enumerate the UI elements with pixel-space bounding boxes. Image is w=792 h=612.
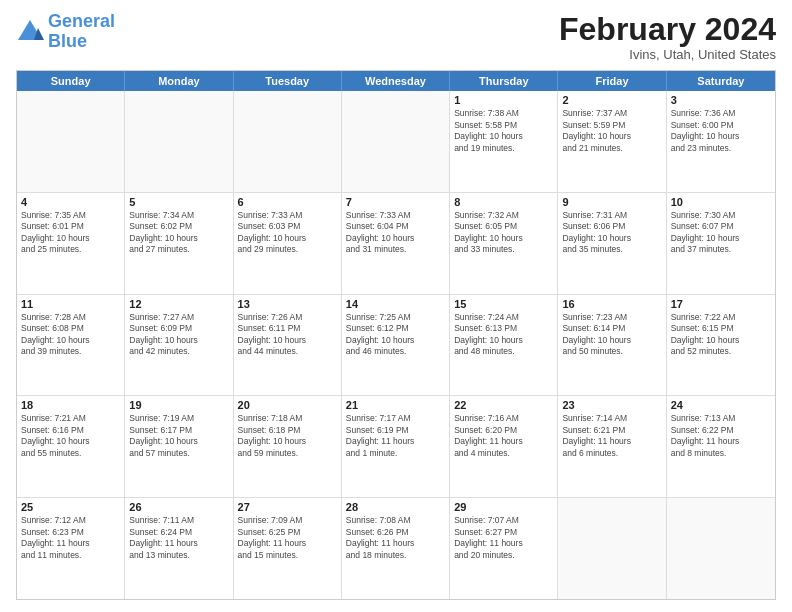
- weekday-header-monday: Monday: [125, 71, 233, 91]
- day-info: Sunrise: 7:33 AM Sunset: 6:04 PM Dayligh…: [346, 210, 445, 256]
- day-info: Sunrise: 7:21 AM Sunset: 6:16 PM Dayligh…: [21, 413, 120, 459]
- day-info: Sunrise: 7:26 AM Sunset: 6:11 PM Dayligh…: [238, 312, 337, 358]
- empty-cell-0-2: [234, 91, 342, 192]
- day-number: 5: [129, 196, 228, 208]
- day-info: Sunrise: 7:38 AM Sunset: 5:58 PM Dayligh…: [454, 108, 553, 154]
- day-cell-10: 10Sunrise: 7:30 AM Sunset: 6:07 PM Dayli…: [667, 193, 775, 294]
- empty-cell-4-6: [667, 498, 775, 599]
- day-cell-17: 17Sunrise: 7:22 AM Sunset: 6:15 PM Dayli…: [667, 295, 775, 396]
- day-number: 4: [21, 196, 120, 208]
- day-cell-15: 15Sunrise: 7:24 AM Sunset: 6:13 PM Dayli…: [450, 295, 558, 396]
- day-info: Sunrise: 7:31 AM Sunset: 6:06 PM Dayligh…: [562, 210, 661, 256]
- day-number: 15: [454, 298, 553, 310]
- day-info: Sunrise: 7:35 AM Sunset: 6:01 PM Dayligh…: [21, 210, 120, 256]
- day-number: 13: [238, 298, 337, 310]
- day-cell-2: 2Sunrise: 7:37 AM Sunset: 5:59 PM Daylig…: [558, 91, 666, 192]
- day-cell-29: 29Sunrise: 7:07 AM Sunset: 6:27 PM Dayli…: [450, 498, 558, 599]
- day-number: 20: [238, 399, 337, 411]
- day-number: 9: [562, 196, 661, 208]
- day-info: Sunrise: 7:33 AM Sunset: 6:03 PM Dayligh…: [238, 210, 337, 256]
- month-title: February 2024: [559, 12, 776, 47]
- calendar: SundayMondayTuesdayWednesdayThursdayFrid…: [16, 70, 776, 600]
- logo-icon: [16, 18, 44, 46]
- calendar-row-1: 4Sunrise: 7:35 AM Sunset: 6:01 PM Daylig…: [17, 192, 775, 294]
- day-info: Sunrise: 7:12 AM Sunset: 6:23 PM Dayligh…: [21, 515, 120, 561]
- day-info: Sunrise: 7:09 AM Sunset: 6:25 PM Dayligh…: [238, 515, 337, 561]
- day-cell-25: 25Sunrise: 7:12 AM Sunset: 6:23 PM Dayli…: [17, 498, 125, 599]
- day-number: 8: [454, 196, 553, 208]
- day-number: 18: [21, 399, 120, 411]
- day-number: 27: [238, 501, 337, 513]
- day-number: 23: [562, 399, 661, 411]
- calendar-row-2: 11Sunrise: 7:28 AM Sunset: 6:08 PM Dayli…: [17, 294, 775, 396]
- day-number: 3: [671, 94, 771, 106]
- day-cell-12: 12Sunrise: 7:27 AM Sunset: 6:09 PM Dayli…: [125, 295, 233, 396]
- day-cell-9: 9Sunrise: 7:31 AM Sunset: 6:06 PM Daylig…: [558, 193, 666, 294]
- day-number: 24: [671, 399, 771, 411]
- weekday-header-wednesday: Wednesday: [342, 71, 450, 91]
- day-info: Sunrise: 7:36 AM Sunset: 6:00 PM Dayligh…: [671, 108, 771, 154]
- day-number: 16: [562, 298, 661, 310]
- day-info: Sunrise: 7:30 AM Sunset: 6:07 PM Dayligh…: [671, 210, 771, 256]
- day-info: Sunrise: 7:19 AM Sunset: 6:17 PM Dayligh…: [129, 413, 228, 459]
- calendar-row-3: 18Sunrise: 7:21 AM Sunset: 6:16 PM Dayli…: [17, 395, 775, 497]
- day-info: Sunrise: 7:24 AM Sunset: 6:13 PM Dayligh…: [454, 312, 553, 358]
- day-number: 28: [346, 501, 445, 513]
- day-number: 11: [21, 298, 120, 310]
- day-number: 6: [238, 196, 337, 208]
- day-info: Sunrise: 7:27 AM Sunset: 6:09 PM Dayligh…: [129, 312, 228, 358]
- page: General Blue February 2024 Ivins, Utah, …: [0, 0, 792, 612]
- day-info: Sunrise: 7:08 AM Sunset: 6:26 PM Dayligh…: [346, 515, 445, 561]
- day-cell-1: 1Sunrise: 7:38 AM Sunset: 5:58 PM Daylig…: [450, 91, 558, 192]
- day-number: 17: [671, 298, 771, 310]
- day-cell-26: 26Sunrise: 7:11 AM Sunset: 6:24 PM Dayli…: [125, 498, 233, 599]
- logo-line1: General: [48, 11, 115, 31]
- day-info: Sunrise: 7:28 AM Sunset: 6:08 PM Dayligh…: [21, 312, 120, 358]
- day-info: Sunrise: 7:16 AM Sunset: 6:20 PM Dayligh…: [454, 413, 553, 459]
- day-cell-5: 5Sunrise: 7:34 AM Sunset: 6:02 PM Daylig…: [125, 193, 233, 294]
- day-info: Sunrise: 7:34 AM Sunset: 6:02 PM Dayligh…: [129, 210, 228, 256]
- weekday-header-friday: Friday: [558, 71, 666, 91]
- empty-cell-4-5: [558, 498, 666, 599]
- day-cell-27: 27Sunrise: 7:09 AM Sunset: 6:25 PM Dayli…: [234, 498, 342, 599]
- day-info: Sunrise: 7:32 AM Sunset: 6:05 PM Dayligh…: [454, 210, 553, 256]
- day-number: 26: [129, 501, 228, 513]
- day-cell-24: 24Sunrise: 7:13 AM Sunset: 6:22 PM Dayli…: [667, 396, 775, 497]
- day-cell-22: 22Sunrise: 7:16 AM Sunset: 6:20 PM Dayli…: [450, 396, 558, 497]
- day-info: Sunrise: 7:18 AM Sunset: 6:18 PM Dayligh…: [238, 413, 337, 459]
- day-info: Sunrise: 7:07 AM Sunset: 6:27 PM Dayligh…: [454, 515, 553, 561]
- logo-text: General Blue: [48, 12, 115, 52]
- day-cell-6: 6Sunrise: 7:33 AM Sunset: 6:03 PM Daylig…: [234, 193, 342, 294]
- day-number: 22: [454, 399, 553, 411]
- day-number: 7: [346, 196, 445, 208]
- day-info: Sunrise: 7:25 AM Sunset: 6:12 PM Dayligh…: [346, 312, 445, 358]
- day-cell-14: 14Sunrise: 7:25 AM Sunset: 6:12 PM Dayli…: [342, 295, 450, 396]
- title-block: February 2024 Ivins, Utah, United States: [559, 12, 776, 62]
- day-cell-11: 11Sunrise: 7:28 AM Sunset: 6:08 PM Dayli…: [17, 295, 125, 396]
- day-info: Sunrise: 7:22 AM Sunset: 6:15 PM Dayligh…: [671, 312, 771, 358]
- day-info: Sunrise: 7:14 AM Sunset: 6:21 PM Dayligh…: [562, 413, 661, 459]
- day-info: Sunrise: 7:11 AM Sunset: 6:24 PM Dayligh…: [129, 515, 228, 561]
- day-cell-19: 19Sunrise: 7:19 AM Sunset: 6:17 PM Dayli…: [125, 396, 233, 497]
- day-cell-7: 7Sunrise: 7:33 AM Sunset: 6:04 PM Daylig…: [342, 193, 450, 294]
- calendar-body: 1Sunrise: 7:38 AM Sunset: 5:58 PM Daylig…: [17, 91, 775, 599]
- day-cell-8: 8Sunrise: 7:32 AM Sunset: 6:05 PM Daylig…: [450, 193, 558, 294]
- logo: General Blue: [16, 12, 115, 52]
- day-number: 29: [454, 501, 553, 513]
- calendar-row-0: 1Sunrise: 7:38 AM Sunset: 5:58 PM Daylig…: [17, 91, 775, 192]
- day-number: 1: [454, 94, 553, 106]
- day-number: 19: [129, 399, 228, 411]
- day-number: 14: [346, 298, 445, 310]
- day-info: Sunrise: 7:17 AM Sunset: 6:19 PM Dayligh…: [346, 413, 445, 459]
- day-cell-23: 23Sunrise: 7:14 AM Sunset: 6:21 PM Dayli…: [558, 396, 666, 497]
- weekday-header-tuesday: Tuesday: [234, 71, 342, 91]
- day-info: Sunrise: 7:37 AM Sunset: 5:59 PM Dayligh…: [562, 108, 661, 154]
- empty-cell-0-0: [17, 91, 125, 192]
- empty-cell-0-1: [125, 91, 233, 192]
- weekday-header-thursday: Thursday: [450, 71, 558, 91]
- day-number: 12: [129, 298, 228, 310]
- day-number: 10: [671, 196, 771, 208]
- calendar-header: SundayMondayTuesdayWednesdayThursdayFrid…: [17, 71, 775, 91]
- day-number: 25: [21, 501, 120, 513]
- day-info: Sunrise: 7:23 AM Sunset: 6:14 PM Dayligh…: [562, 312, 661, 358]
